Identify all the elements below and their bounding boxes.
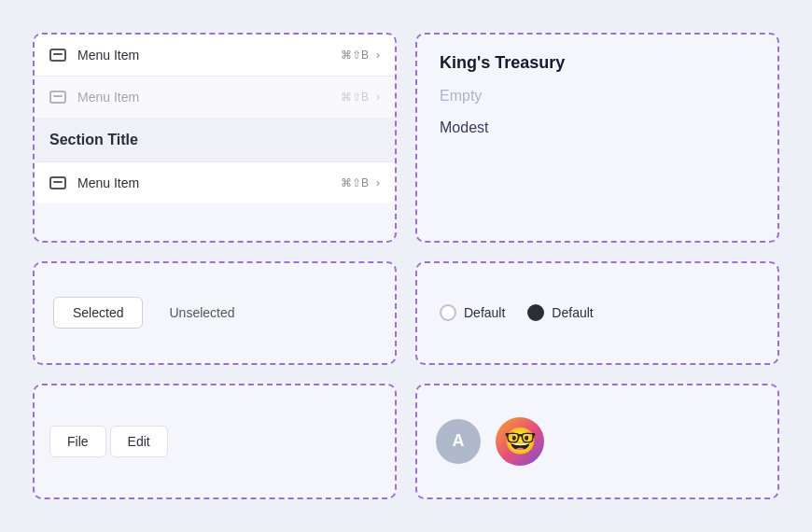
menu-item-3[interactable]: Menu Item ⌘⇧B › — [35, 162, 395, 203]
avatar-emoji: 🤓 — [504, 426, 537, 456]
section-title-row: Section Title — [35, 119, 395, 162]
main-canvas: Menu Item ⌘⇧B › Menu Item ⌘⇧B › Section … — [14, 14, 798, 518]
file-button[interactable]: File — [49, 426, 106, 457]
menu-item-1-chevron: › — [376, 49, 380, 62]
menu-item-2[interactable]: Menu Item ⌘⇧B › — [35, 77, 395, 119]
mail-icon-3 — [49, 176, 66, 189]
radio-option-1[interactable]: Default — [440, 304, 505, 321]
radio-circle-1 — [440, 304, 456, 321]
selected-tab[interactable]: Selected — [53, 297, 143, 329]
treasury-empty: Empty — [440, 88, 755, 105]
menu-item-2-shortcut: ⌘⇧B — [341, 91, 369, 104]
menu-item-3-shortcut: ⌘⇧B — [341, 176, 369, 189]
mail-icon-1 — [49, 49, 66, 62]
section-title: Section Title — [49, 132, 138, 147]
avatar-image: 🤓 — [496, 417, 544, 466]
treasury-box: King's Treasury Empty Modest — [415, 33, 779, 243]
menu-item-1[interactable]: Menu Item ⌘⇧B › — [35, 35, 395, 77]
radio-box: Default Default — [415, 261, 779, 364]
edit-button[interactable]: Edit — [110, 426, 168, 457]
avatars-box: A 🤓 — [415, 384, 779, 499]
tabs-box: Selected Unselected — [33, 261, 397, 364]
treasury-modest: Modest — [440, 119, 755, 136]
menu-item-3-chevron: › — [376, 176, 380, 189]
avatar-placeholder: A — [436, 419, 481, 464]
file-edit-box: File Edit — [33, 384, 397, 499]
radio-label-1: Default — [464, 305, 505, 320]
treasury-title: King's Treasury — [440, 53, 755, 73]
menu-item-3-label: Menu Item — [77, 175, 341, 190]
menu-item-1-label: Menu Item — [77, 48, 341, 63]
radio-circle-2 — [527, 304, 544, 321]
menu-item-2-label: Menu Item — [77, 90, 341, 105]
radio-option-2[interactable]: Default — [527, 304, 593, 321]
radio-label-2: Default — [552, 305, 593, 320]
mail-icon-2 — [49, 91, 66, 104]
unselected-tab[interactable]: Unselected — [150, 298, 253, 328]
menu-item-2-chevron: › — [376, 91, 380, 104]
menu-item-1-shortcut: ⌘⇧B — [341, 49, 369, 62]
menu-box: Menu Item ⌘⇧B › Menu Item ⌘⇧B › Section … — [33, 33, 397, 243]
